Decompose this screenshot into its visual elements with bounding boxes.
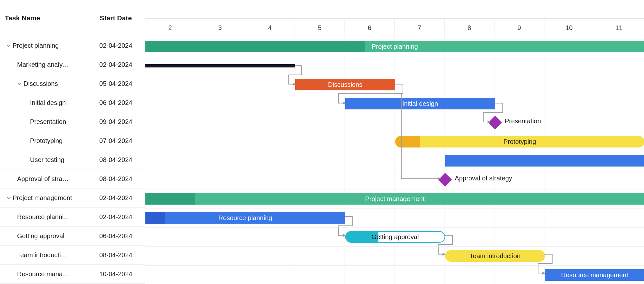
table-row[interactable]: Approval of stra…08-04-2024 — [0, 169, 145, 188]
bar-label: Prototyping — [503, 138, 536, 146]
task-name: Prototyping — [30, 137, 63, 145]
timeline-panel: 234567891011 Project planning Discussion… — [145, 0, 644, 284]
chevron-down-icon[interactable] — [17, 81, 22, 86]
task-cell: Project management — [0, 188, 86, 207]
timeline-day: 10 — [544, 19, 594, 37]
timeline-day: 2 — [145, 19, 195, 37]
timeline-day: 11 — [594, 19, 644, 37]
column-header-date-label: Start Date — [100, 14, 132, 22]
table-row[interactable]: Getting approval06-04-2024 — [0, 227, 145, 246]
start-date-cell: 09-04-2024 — [87, 112, 145, 131]
timeline-row — [145, 75, 644, 94]
start-date-cell: 02-04-2024 — [86, 55, 145, 74]
task-cell: Presentation — [0, 112, 87, 131]
timeline-day: 6 — [345, 19, 395, 37]
timeline-row — [145, 247, 644, 266]
start-date-cell: 06-04-2024 — [87, 93, 145, 112]
timeline-header: 234567891011 — [145, 0, 644, 37]
timeline-body[interactable]: Project planning Discussions Initial des… — [145, 37, 644, 284]
grid-body: Project planning02-04-2024Marketing anal… — [0, 36, 145, 284]
bar-label: Getting approval — [372, 233, 419, 241]
table-row[interactable]: Presentation09-04-2024 — [0, 112, 145, 131]
timeline-row — [145, 56, 644, 75]
task-cell: Resource mana… — [0, 265, 86, 283]
timeline-day: 5 — [295, 19, 345, 37]
timeline-row — [145, 113, 644, 132]
task-cell: Initial design — [0, 93, 87, 112]
table-row[interactable]: Discussions05-04-2024 — [0, 74, 145, 93]
task-name: Marketing analy… — [17, 61, 69, 68]
task-name: Approval of stra… — [17, 175, 69, 183]
task-name: Team introducti… — [17, 251, 67, 259]
table-row[interactable]: Resource mana…10-04-2024 — [0, 265, 145, 284]
table-row[interactable]: Project management02-04-2024 — [0, 188, 145, 208]
task-cell: Project planning — [0, 36, 86, 55]
task-name: Resource mana… — [17, 270, 69, 278]
task-cell: User testing — [0, 150, 87, 169]
task-name: Presentation — [30, 118, 66, 126]
table-row[interactable]: Project planning02-04-2024 — [0, 36, 145, 55]
task-cell: Team introducti… — [0, 246, 86, 264]
gantt-container: Task Name Start Date Project planning02-… — [0, 0, 644, 284]
task-cell: Marketing analy… — [0, 55, 86, 74]
start-date-cell: 02-04-2024 — [86, 208, 145, 226]
task-cell: Resource planni… — [0, 208, 86, 226]
start-date-cell: 10-04-2024 — [86, 265, 145, 283]
grid-header: Task Name Start Date — [0, 0, 145, 36]
table-row[interactable]: Prototyping07-04-2024 — [0, 131, 145, 150]
grid-panel: Task Name Start Date Project planning02-… — [0, 0, 145, 284]
column-header-task[interactable]: Task Name — [0, 0, 86, 36]
bar-label: Discussions — [328, 81, 363, 88]
task-name: Project planning — [13, 42, 59, 49]
start-date-cell: 07-04-2024 — [87, 131, 145, 150]
timeline-row — [145, 132, 644, 151]
timeline-row — [145, 94, 644, 113]
bar-label: Initial design — [402, 100, 438, 107]
timeline-header-days: 234567891011 — [145, 19, 644, 37]
timeline-day: 3 — [195, 19, 245, 37]
timeline-day: 8 — [444, 19, 494, 37]
task-cell: Discussions — [0, 74, 86, 93]
task-name: Project management — [13, 194, 72, 202]
task-cell: Prototyping — [0, 131, 87, 150]
bar-label: Team introduction — [470, 252, 521, 260]
task-cell: Approval of stra… — [0, 169, 86, 188]
task-name: Resource planni… — [17, 213, 70, 221]
bar-label: Resource management — [561, 271, 628, 279]
start-date-cell: 08-04-2024 — [87, 150, 145, 169]
bar-label: Resource planning — [219, 214, 272, 222]
table-row[interactable]: Team introducti…08-04-2024 — [0, 246, 145, 265]
bar-label: Project management — [365, 195, 425, 203]
start-date-cell: 02-04-2024 — [86, 188, 145, 207]
timeline-day: 4 — [245, 19, 295, 37]
timeline-header-top — [145, 0, 644, 19]
table-row[interactable]: Initial design06-04-2024 — [0, 93, 145, 112]
start-date-cell: 06-04-2024 — [86, 227, 145, 245]
chevron-down-icon[interactable] — [6, 195, 11, 200]
start-date-cell: 08-04-2024 — [86, 169, 145, 188]
timeline-day: 7 — [395, 19, 445, 37]
chevron-down-icon[interactable] — [6, 43, 11, 48]
column-header-date[interactable]: Start Date — [86, 0, 145, 36]
task-name: Initial design — [30, 99, 66, 107]
start-date-cell: 05-04-2024 — [86, 74, 145, 93]
column-header-task-label: Task Name — [5, 14, 40, 22]
task-name: Discussions — [24, 80, 58, 87]
task-cell: Getting approval — [0, 227, 86, 245]
task-name: Getting approval — [17, 232, 64, 240]
table-row[interactable]: Resource planni…02-04-2024 — [0, 208, 145, 227]
task-name: User testing — [30, 156, 64, 164]
timeline-day: 9 — [494, 19, 544, 37]
start-date-cell: 02-04-2024 — [86, 36, 145, 55]
table-row[interactable]: User testing08-04-2024 — [0, 150, 145, 169]
start-date-cell: 08-04-2024 — [86, 246, 145, 264]
timeline-row — [145, 151, 644, 170]
timeline-row — [145, 170, 644, 189]
bar-label: Project planning — [372, 43, 418, 50]
table-row[interactable]: Marketing analy…02-04-2024 — [0, 55, 145, 74]
